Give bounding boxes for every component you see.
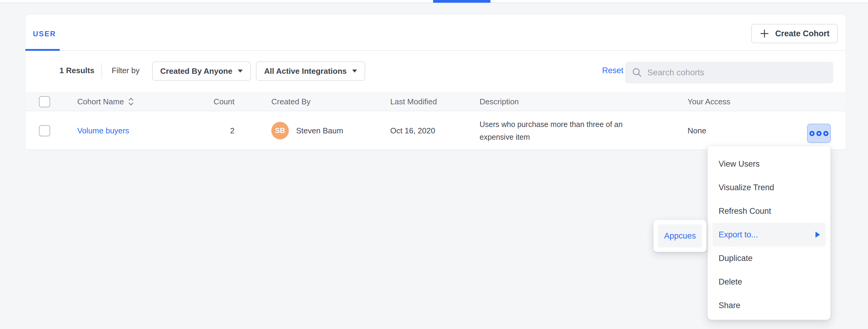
chevron-down-icon <box>352 70 357 73</box>
header-cohort-name-label: Cohort Name <box>77 97 124 106</box>
row-actions-button[interactable] <box>807 124 831 143</box>
submenu-item-appcues[interactable]: Appcues <box>658 224 702 247</box>
cohorts-panel: USER Create Cohort 1 Results Filter by C… <box>25 14 846 150</box>
select-all-cell <box>39 92 50 111</box>
table-row: Volume buyers 2 SB Steven Baum Oct 16, 2… <box>25 111 846 150</box>
integrations-dropdown[interactable]: All Active Integrations <box>256 61 365 81</box>
row-context-menu: View Users Visualize Trend Refresh Count… <box>707 146 831 320</box>
menu-item-export-to[interactable]: Export to... <box>713 223 826 246</box>
row-checkbox[interactable] <box>39 125 50 136</box>
search-icon <box>632 67 643 78</box>
created-by-dropdown-label: Created By Anyone <box>160 66 232 76</box>
header-cohort-name[interactable]: Cohort Name <box>77 92 134 111</box>
avatar: SB <box>271 122 289 139</box>
ellipsis-icon <box>823 131 829 136</box>
table-header-row: Cohort Name Count Created By Last Modifi… <box>25 92 846 111</box>
cohort-count: 2 <box>182 111 235 150</box>
cohort-name-link[interactable]: Volume buyers <box>77 126 129 135</box>
created-by-dropdown[interactable]: Created By Anyone <box>152 61 251 81</box>
menu-item-delete[interactable]: Delete <box>708 270 830 294</box>
plus-icon <box>760 28 770 39</box>
active-top-tab-indicator <box>433 0 490 3</box>
filter-divider <box>101 63 102 79</box>
tab-user[interactable]: USER <box>33 30 56 38</box>
menu-item-visualize-trend[interactable]: Visualize Trend <box>708 176 830 199</box>
menu-item-view-users[interactable]: View Users <box>708 152 830 176</box>
header-description[interactable]: Description <box>479 92 649 111</box>
cohort-description: Users who purchase more than three of an… <box>479 118 649 143</box>
ellipsis-icon <box>816 131 822 136</box>
filter-by-label: Filter by <box>112 66 140 75</box>
export-submenu: Appcues <box>653 220 707 252</box>
tab-bar-divider <box>25 50 846 51</box>
search-box[interactable] <box>625 62 833 83</box>
created-by-name: Steven Baum <box>296 126 343 135</box>
last-modified-cell: Oct 16, 2020 <box>390 111 435 150</box>
header-your-access[interactable]: Your Access <box>687 92 731 111</box>
search-input[interactable] <box>647 68 827 77</box>
create-cohort-label: Create Cohort <box>775 29 829 38</box>
chevron-down-icon <box>238 70 243 73</box>
sort-icon[interactable] <box>128 98 134 106</box>
your-access-cell: None <box>687 111 706 150</box>
menu-item-duplicate[interactable]: Duplicate <box>708 246 830 270</box>
menu-item-refresh-count[interactable]: Refresh Count <box>708 199 830 223</box>
tab-user-active-underline <box>25 49 60 51</box>
menu-item-share[interactable]: Share <box>708 294 830 317</box>
integrations-dropdown-label: All Active Integrations <box>264 66 347 76</box>
created-by-cell: SB Steven Baum <box>271 111 343 150</box>
menu-item-export-to-label: Export to... <box>719 230 758 240</box>
select-all-checkbox[interactable] <box>39 96 50 107</box>
results-count: 1 Results <box>59 66 94 75</box>
header-count[interactable]: Count <box>182 92 235 111</box>
ellipsis-icon <box>809 131 814 136</box>
submenu-arrow-icon <box>815 231 820 238</box>
header-created-by[interactable]: Created By <box>271 92 311 111</box>
header-last-modified[interactable]: Last Modified <box>390 92 437 111</box>
create-cohort-button[interactable]: Create Cohort <box>751 24 838 43</box>
row-select-cell <box>39 111 50 150</box>
